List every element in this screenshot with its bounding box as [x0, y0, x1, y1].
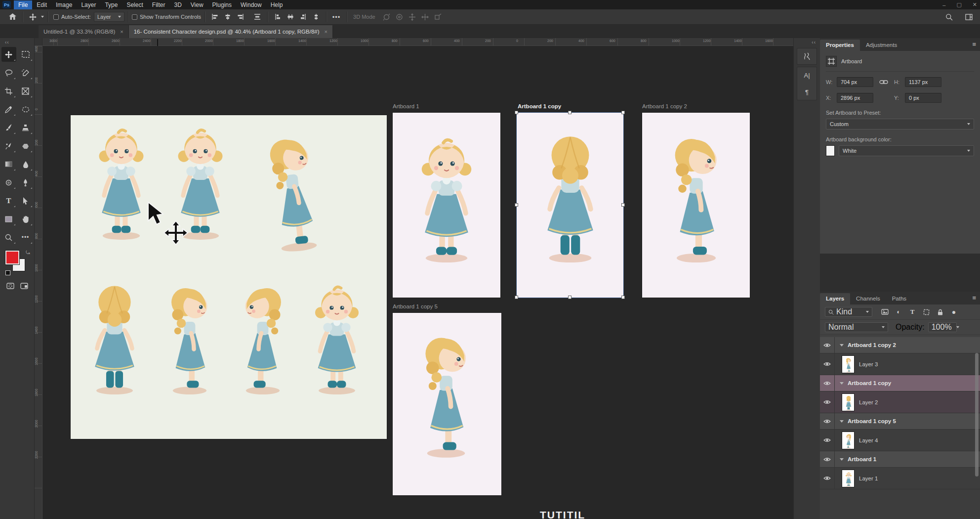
layer-row-layer-4[interactable]: Layer 4 [820, 430, 980, 451]
close-icon[interactable]: ✕ [973, 1, 977, 8]
move-tool[interactable] [1, 47, 16, 62]
menu-window[interactable]: Window [236, 0, 266, 9]
healing-brush-tool[interactable] [18, 102, 33, 117]
distribute-vertical-icon[interactable] [310, 11, 323, 23]
tab-consistent-character-design[interactable]: 16- Consistent Character design.psd @ 40… [129, 25, 333, 38]
opacity-field[interactable]: 100% [928, 322, 957, 332]
transform-handle[interactable] [515, 296, 518, 299]
eraser-tool[interactable] [18, 138, 33, 153]
history-brush-tool[interactable] [1, 138, 16, 153]
artboard-label[interactable]: Artboard 1 [393, 103, 419, 109]
artboard-1-copy-5[interactable] [393, 313, 501, 495]
layer-row-artboard-1-copy-5[interactable]: Artboard 1 copy 5 [820, 413, 980, 430]
hand-tool[interactable] [18, 212, 33, 226]
align-center-h-icon[interactable] [221, 11, 234, 23]
default-colors-icon[interactable] [5, 270, 10, 275]
layer-row-artboard-1[interactable]: Artboard 1 [820, 451, 980, 468]
search-icon[interactable] [942, 11, 955, 23]
transform-handle[interactable] [621, 203, 625, 207]
photoshop-logo-icon[interactable]: Ps [2, 1, 11, 8]
menu-type[interactable]: Type [100, 0, 122, 9]
distribute-left-icon[interactable] [271, 11, 284, 23]
tab-adjustments[interactable]: Adjustments [860, 40, 903, 51]
visibility-eye-icon[interactable] [820, 413, 835, 429]
artboard-label[interactable]: Artboard 1 copy 5 [393, 303, 438, 309]
menu-image[interactable]: Image [51, 0, 77, 9]
close-tab-icon[interactable]: × [325, 29, 327, 35]
bg-color-swatch[interactable] [826, 145, 835, 156]
align-right-icon[interactable] [234, 11, 247, 23]
menu-edit[interactable]: Edit [32, 0, 51, 9]
transform-handle[interactable] [621, 296, 625, 299]
artboard-label[interactable]: Artboard 1 copy 2 [642, 103, 687, 109]
transform-handle[interactable] [515, 111, 518, 114]
visibility-eye-icon[interactable] [820, 353, 835, 375]
layer-thumbnail[interactable] [842, 393, 855, 411]
chevron-down-icon[interactable] [840, 420, 844, 423]
collapse-toolbar-icon[interactable]: ‹‹ [0, 38, 34, 47]
show-transform-control[interactable]: Show Transform Controls [132, 14, 201, 20]
character-panel-icon[interactable]: A| [801, 69, 813, 81]
auto-select-checkbox[interactable] [53, 14, 59, 20]
transform-handle[interactable] [515, 203, 518, 207]
menu-filter[interactable]: Filter [148, 0, 170, 9]
layer-row-artboard-1-copy[interactable]: Artboard 1 copy [820, 375, 980, 391]
reference-artboard[interactable] [71, 115, 387, 439]
blend-mode-dropdown[interactable]: Normal [825, 322, 888, 332]
menu-plugins[interactable]: Plugins [208, 0, 236, 9]
align-left-icon[interactable] [208, 11, 221, 23]
ellipsis-icon[interactable]: ••• [330, 11, 343, 23]
tab-properties[interactable]: Properties [820, 40, 860, 51]
type-tool[interactable]: T [1, 193, 16, 208]
kind-filter-dropdown[interactable]: Kind [825, 307, 872, 317]
clone-stamp-tool[interactable] [18, 120, 33, 135]
workspace-icon[interactable] [962, 11, 975, 23]
close-tab-icon[interactable]: × [120, 29, 123, 35]
menu-file[interactable]: File [14, 0, 32, 9]
layer-row-layer-3[interactable]: Layer 3 [820, 353, 980, 375]
move-tool-preset[interactable] [26, 11, 44, 23]
link-dimensions-icon[interactable] [876, 80, 891, 85]
panel-menu-icon[interactable]: ≡ [972, 41, 976, 48]
filter-pixel-layers-icon[interactable] [880, 307, 890, 316]
layers-scrollbar[interactable] [975, 353, 979, 476]
align-edges-icon[interactable] [251, 11, 264, 23]
preset-dropdown[interactable]: Custom [826, 119, 974, 130]
artboard-1-copy-2[interactable] [642, 113, 750, 298]
screen-mode-icon[interactable] [20, 282, 28, 291]
layer-row-layer-1[interactable]: Layer 1 [820, 468, 980, 489]
panel-menu-icon[interactable]: ≡ [972, 294, 976, 302]
foreground-color-swatch[interactable] [5, 251, 19, 264]
menu-view[interactable]: View [186, 0, 208, 9]
menu-select[interactable]: Select [122, 0, 147, 9]
frame-tool[interactable] [18, 84, 33, 98]
x-field[interactable]: 2896 px [837, 93, 873, 103]
collapse-panels-icon[interactable]: ‹‹ [794, 38, 820, 46]
filter-smart-objects-icon[interactable]: ● [949, 307, 959, 316]
tab-channels[interactable]: Channels [850, 293, 886, 304]
y-field[interactable]: 0 px [905, 93, 941, 103]
tab-layers[interactable]: Layers [820, 293, 850, 304]
paragraph-panel-icon[interactable]: ¶ [801, 86, 813, 98]
eyedropper-tool[interactable] [1, 102, 16, 117]
distribute-center-icon[interactable] [284, 11, 297, 23]
auto-select-dropdown[interactable]: Layer [94, 12, 124, 22]
marquee-tool[interactable] [18, 47, 33, 62]
show-transform-checkbox[interactable] [132, 14, 137, 20]
menu-layer[interactable]: Layer [77, 0, 100, 9]
path-selection-tool[interactable] [18, 193, 33, 208]
filter-adjustment-layers-icon[interactable]: ◐ [894, 307, 903, 316]
height-field[interactable]: 1137 px [905, 77, 941, 87]
pen-tool[interactable] [18, 175, 33, 190]
transform-handle[interactable] [568, 296, 572, 299]
distribute-right-icon[interactable] [297, 11, 310, 23]
layer-thumbnail[interactable] [842, 432, 855, 449]
menu-help[interactable]: Help [266, 0, 287, 9]
ruler-origin-corner[interactable] [35, 38, 42, 46]
visibility-eye-icon[interactable] [820, 468, 835, 489]
swap-colors-icon[interactable]: ⤿ [26, 250, 30, 256]
chevron-down-icon[interactable] [840, 382, 844, 385]
tab-paths[interactable]: Paths [886, 293, 912, 304]
menu-3d[interactable]: 3D [169, 0, 186, 9]
layer-thumbnail[interactable] [842, 355, 855, 373]
